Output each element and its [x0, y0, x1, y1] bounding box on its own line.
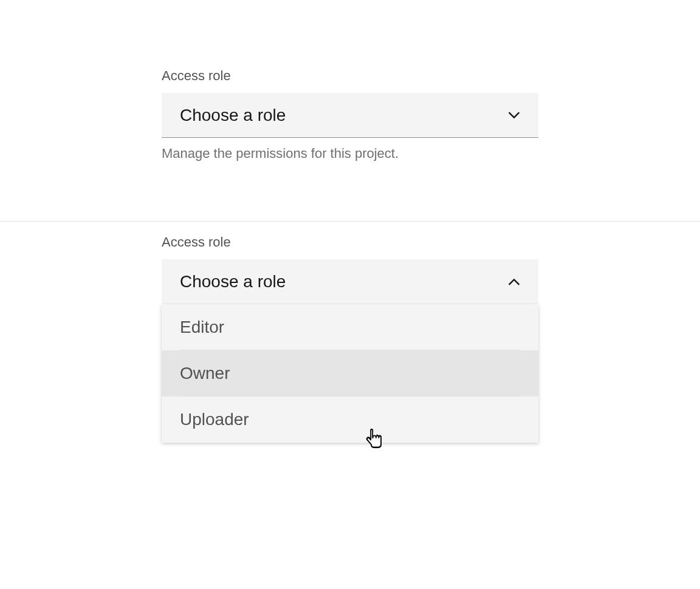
chevron-up-icon — [508, 278, 520, 285]
dropdown-label: Access role — [162, 234, 538, 250]
option-label: Uploader — [180, 410, 249, 429]
dropdown-label: Access role — [162, 68, 538, 84]
dropdown-placeholder: Choose a role — [180, 272, 286, 291]
dropdown-container: Access role Choose a role Editor Owner U… — [162, 234, 538, 443]
option-label: Editor — [180, 318, 224, 337]
dropdown-option-uploader[interactable]: Uploader — [162, 397, 538, 443]
dropdown-helper-text: Manage the permissions for this project. — [162, 146, 538, 162]
dropdown-field[interactable]: Choose a role — [162, 93, 538, 138]
dropdown-closed-example: Access role Choose a role Manage the per… — [0, 0, 700, 162]
dropdown-field[interactable]: Choose a role — [162, 259, 538, 304]
option-label: Owner — [180, 364, 230, 383]
chevron-down-icon — [508, 112, 520, 119]
dropdown-option-editor[interactable]: Editor — [162, 304, 538, 350]
dropdown-placeholder: Choose a role — [180, 106, 286, 125]
dropdown-container: Access role Choose a role Manage the per… — [162, 68, 538, 162]
dropdown-menu: Editor Owner Uploader — [162, 304, 538, 443]
dropdown-open-example: Access role Choose a role Editor Owner U… — [0, 162, 700, 443]
dropdown-option-owner[interactable]: Owner — [162, 350, 538, 397]
